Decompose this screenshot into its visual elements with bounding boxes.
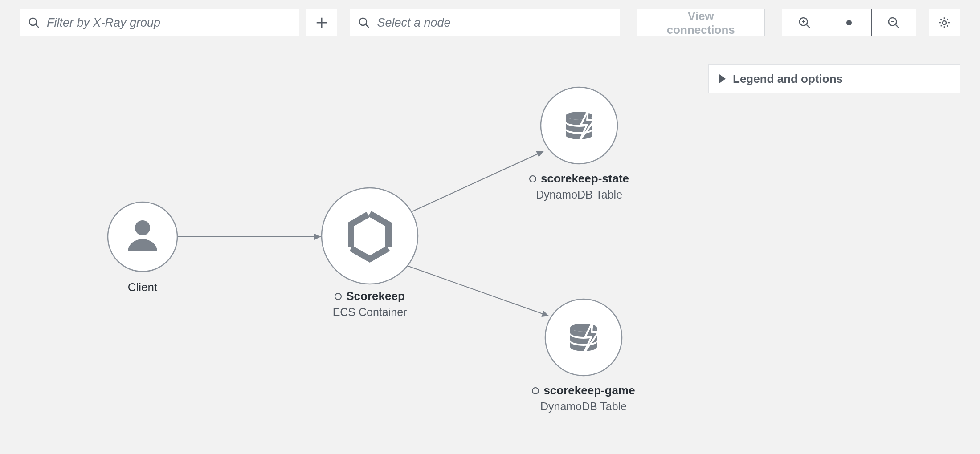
- status-ring-icon: [532, 387, 539, 394]
- node-scorekeep-state[interactable]: [541, 87, 617, 164]
- service-map-canvas[interactable]: [0, 0, 980, 454]
- node-client-label: Client: [71, 280, 214, 294]
- node-scorekeep[interactable]: [322, 188, 418, 284]
- node-client[interactable]: [108, 202, 177, 272]
- svg-point-20: [545, 299, 622, 376]
- svg-point-17: [135, 220, 150, 235]
- node-game-label: scorekeep-game DynamoDB Table: [512, 384, 655, 413]
- status-ring-icon: [529, 175, 536, 182]
- status-ring-icon: [335, 293, 342, 300]
- node-scorekeep-label: Scorekeep ECS Container: [298, 289, 441, 319]
- node-scorekeep-game[interactable]: [545, 299, 622, 376]
- node-state-label: scorekeep-state DynamoDB Table: [508, 172, 650, 201]
- svg-point-19: [541, 87, 617, 164]
- svg-point-16: [108, 202, 177, 272]
- svg-point-18: [322, 188, 418, 284]
